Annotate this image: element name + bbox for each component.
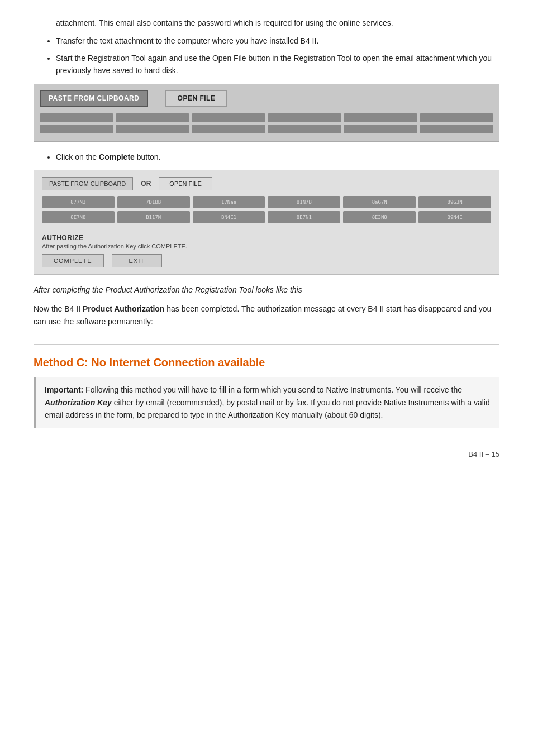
bullet3-suffix: button.: [135, 152, 161, 161]
para1-bold: Product Authorization: [83, 304, 164, 313]
complete-button[interactable]: COMPLETE: [42, 254, 104, 267]
key-cell: [420, 125, 493, 133]
paste-from-clipboard-button-2[interactable]: PASTE FROM CLIPBOARD: [42, 177, 133, 190]
important-box: Important: Following this method you wil…: [34, 377, 499, 428]
key-cell: [192, 113, 265, 122]
key-cell-2: 7D1BB: [117, 196, 190, 208]
bullet-list-2: Click on the Complete button.: [56, 151, 499, 163]
para1-prefix: Now the B4 II: [34, 304, 83, 313]
key-cell-2: 17Naa: [193, 196, 265, 208]
key-cell-2: 877N3: [42, 196, 115, 208]
bullet3-prefix: Click on the: [56, 152, 99, 161]
important-text-2: either by email (recommended), by postal…: [45, 398, 490, 419]
authorize-label: AUTHORIZE: [42, 234, 491, 242]
key-cell: [344, 113, 417, 122]
key-cell: [192, 125, 265, 133]
page-number: B4 II – 15: [468, 450, 499, 458]
method-c-heading: Method C: No Internet Connection availab…: [34, 344, 499, 369]
key-grid-1: [40, 111, 493, 136]
intro-indent-para: attachment. This email also contains the…: [56, 17, 499, 29]
key-cell: [344, 125, 417, 133]
key-cell-2: BN4E1: [193, 211, 265, 223]
bullet-item-1: Transfer the text attachment to the comp…: [56, 35, 499, 47]
key-cell: [40, 113, 113, 122]
paragraph-after-screenshot: Now the B4 II Product Authorization has …: [34, 303, 499, 328]
screenshot1-top-row: PASTE FROM CLIPBOARD – OPEN FILE: [40, 90, 493, 107]
key-cell-2: 8aG7N: [343, 196, 416, 208]
key-cell: [116, 113, 189, 122]
or-label: OR: [141, 180, 151, 188]
authorize-desc: After pasting the Authorization Key clic…: [42, 243, 491, 250]
key-cell: [40, 125, 113, 133]
key-cell-2: 81N7B: [268, 196, 340, 208]
screenshot-box-2: PASTE FROM CLIPBOARD OR OPEN FILE 877N3 …: [34, 170, 499, 275]
important-text-1: Following this method you will have to f…: [83, 385, 462, 394]
intro-indent-text: attachment. This email also contains the…: [56, 18, 393, 27]
open-file-button-1[interactable]: OPEN FILE: [165, 90, 228, 107]
open-file-button-2[interactable]: OPEN FILE: [159, 177, 212, 190]
auth-buttons-row: COMPLETE EXIT: [42, 254, 491, 267]
bullet1-text: Transfer the text attachment to the comp…: [56, 36, 318, 45]
bullet3-bold: Complete: [99, 152, 135, 161]
important-label: Important:: [45, 385, 83, 394]
key-grid-2: 877N3 7D1BB 17Naa 81N7B 8aG7N 89G3N 8E7N…: [42, 196, 491, 223]
exit-button[interactable]: EXIT: [112, 254, 162, 267]
caption-text: After completing the Product Authorizati…: [34, 285, 302, 294]
bullet-item-2: Start the Registration Tool again and us…: [56, 52, 499, 77]
authorize-section: AUTHORIZE After pasting the Authorizatio…: [42, 229, 491, 267]
important-auth-key: Authorization Key: [45, 398, 112, 407]
screenshot-box-1: PASTE FROM CLIPBOARD – OPEN FILE: [34, 84, 499, 142]
paste-from-clipboard-button-1[interactable]: PASTE FROM CLIPBOARD: [40, 90, 148, 107]
page-footer: B4 II – 15: [34, 450, 499, 458]
key-cell-2: 8E7N1: [268, 211, 340, 223]
key-cell-2: B9N4E: [418, 211, 491, 223]
bullet2-text: Start the Registration Tool again and us…: [56, 54, 492, 75]
key-cell-2: 89G3N: [418, 196, 491, 208]
key-cell: [420, 113, 493, 122]
key-cell: [268, 113, 341, 122]
bullet-item-3: Click on the Complete button.: [56, 151, 499, 163]
key-cell-2: B117N: [117, 211, 190, 223]
minus-icon: –: [155, 95, 158, 102]
key-cell: [116, 125, 189, 133]
content-area: attachment. This email also contains the…: [34, 17, 499, 458]
italic-caption: After completing the Product Authorizati…: [34, 284, 499, 296]
bullet-list: Transfer the text attachment to the comp…: [56, 35, 499, 76]
key-cell-2: 8E7N8: [42, 211, 115, 223]
key-cell: [268, 125, 341, 133]
key-cell-2: 8E3N8: [343, 211, 416, 223]
screenshot2-top-row: PASTE FROM CLIPBOARD OR OPEN FILE: [42, 177, 491, 190]
